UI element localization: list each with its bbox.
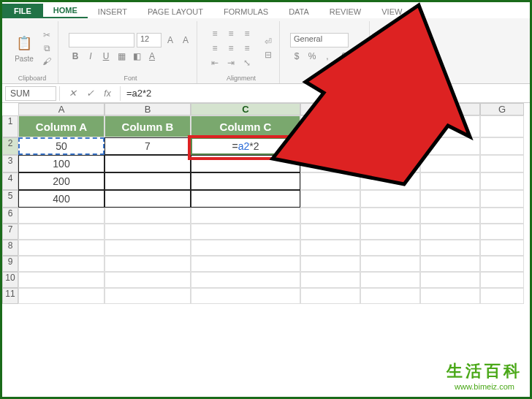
tab-file[interactable]: FILE: [2, 4, 43, 18]
shrink-font-icon[interactable]: A: [179, 34, 192, 47]
font-name-select[interactable]: [69, 33, 134, 48]
cell-e3[interactable]: [360, 155, 420, 172]
cell-b10[interactable]: [104, 272, 191, 288]
cell-a3[interactable]: 100: [18, 155, 104, 172]
rowhead-8[interactable]: 8: [2, 240, 18, 256]
indent-dec-icon[interactable]: ⇤: [208, 56, 222, 69]
cell-e9[interactable]: [360, 256, 420, 272]
cell-a2[interactable]: 50: [18, 137, 104, 155]
cell-b4[interactable]: [104, 172, 191, 190]
rowhead-4[interactable]: 4: [2, 172, 18, 190]
font-size-select[interactable]: 12: [137, 33, 162, 48]
cell-g3[interactable]: [480, 155, 524, 172]
cell-c7[interactable]: [191, 224, 300, 240]
cell-g11[interactable]: [480, 288, 524, 304]
cell-a9[interactable]: [18, 256, 104, 272]
cell-c10[interactable]: [191, 272, 300, 288]
cell-b5[interactable]: [104, 190, 191, 208]
rowhead-10[interactable]: 10: [2, 272, 18, 288]
cell-g1[interactable]: [480, 115, 524, 137]
align-middle-icon[interactable]: ≡: [224, 27, 238, 40]
name-box[interactable]: SUM: [5, 86, 56, 101]
align-right-icon[interactable]: ≡: [240, 42, 254, 55]
cell-c4[interactable]: [191, 172, 300, 190]
conditional-formatting-button[interactable]: ▦ Condition: [380, 34, 419, 42]
tab-page-layout[interactable]: PAGE LAYOUT: [137, 5, 213, 18]
rowhead-6[interactable]: 6: [2, 208, 18, 224]
cancel-formula-icon[interactable]: ✕: [64, 86, 80, 101]
paste-button[interactable]: 📋 Paste: [11, 31, 37, 64]
tab-review[interactable]: REVIEW: [319, 5, 371, 18]
inc-decimal-icon[interactable]: .0: [336, 50, 349, 63]
align-left-icon[interactable]: ≡: [208, 42, 222, 55]
cell-e6[interactable]: [360, 208, 420, 224]
number-format-select[interactable]: General: [290, 33, 349, 48]
cell-f1[interactable]: [420, 115, 480, 137]
tab-view[interactable]: VIEW: [371, 5, 412, 18]
align-top-icon[interactable]: ≡: [208, 27, 222, 40]
insert-function-button[interactable]: fx: [99, 86, 115, 101]
cell-c9[interactable]: [191, 256, 300, 272]
rowhead-5[interactable]: 5: [2, 190, 18, 208]
cell-f9[interactable]: [420, 256, 480, 272]
cell-b6[interactable]: [104, 208, 191, 224]
cell-d9[interactable]: [300, 256, 360, 272]
rowhead-9[interactable]: 9: [2, 256, 18, 272]
cell-f6[interactable]: [420, 208, 480, 224]
cell-e7[interactable]: [360, 224, 420, 240]
cell-styles-button[interactable]: ▦: [380, 53, 419, 61]
italic-button[interactable]: I: [84, 50, 97, 63]
cell-f11[interactable]: [420, 288, 480, 304]
cell-e4[interactable]: [360, 172, 420, 190]
colhead-g[interactable]: G: [480, 103, 524, 115]
cell-e8[interactable]: [360, 240, 420, 256]
cell-g4[interactable]: [480, 172, 524, 190]
cell-c1[interactable]: Column C: [191, 115, 300, 137]
wrap-text-icon[interactable]: ⏎: [262, 36, 275, 48]
bold-button[interactable]: B: [69, 50, 82, 63]
cell-f3[interactable]: [420, 155, 480, 172]
rowhead-11[interactable]: 11: [2, 288, 18, 304]
cell-a5[interactable]: 400: [18, 190, 104, 208]
cell-g6[interactable]: [480, 208, 524, 224]
cell-e10[interactable]: [360, 272, 420, 288]
cell-b2[interactable]: 7: [104, 137, 191, 155]
cell-e5[interactable]: [360, 190, 420, 208]
cell-d3[interactable]: [300, 155, 360, 172]
colhead-a[interactable]: A: [18, 103, 104, 115]
cell-g5[interactable]: [480, 190, 524, 208]
comma-button[interactable]: ,: [321, 50, 334, 63]
colhead-b[interactable]: B: [104, 103, 191, 115]
border-button[interactable]: ▦: [115, 50, 128, 63]
rowhead-7[interactable]: 7: [2, 224, 18, 240]
cell-b3[interactable]: [104, 155, 191, 172]
tab-formulas[interactable]: FORMULAS: [213, 5, 278, 18]
cell-c5[interactable]: [191, 190, 300, 208]
cell-g9[interactable]: [480, 256, 524, 272]
cell-d8[interactable]: [300, 240, 360, 256]
cell-g8[interactable]: [480, 240, 524, 256]
cell-a8[interactable]: [18, 240, 104, 256]
format-table-button[interactable]: ▦ Forma: [380, 44, 419, 52]
enter-formula-icon[interactable]: ✓: [82, 86, 98, 101]
merge-icon[interactable]: ⊟: [262, 49, 275, 61]
colhead-f[interactable]: [420, 103, 480, 115]
tab-home[interactable]: HOME: [43, 4, 88, 18]
cell-a11[interactable]: [18, 288, 104, 304]
fill-color-button[interactable]: ◧: [130, 50, 143, 63]
rowhead-3[interactable]: 3: [2, 155, 18, 172]
cell-d2[interactable]: [300, 137, 360, 155]
cell-b8[interactable]: [104, 240, 191, 256]
cell-a1[interactable]: Column A: [18, 115, 104, 137]
tab-data[interactable]: DATA: [278, 5, 319, 18]
copy-icon[interactable]: ⧉: [40, 42, 53, 54]
cell-f10[interactable]: [420, 272, 480, 288]
cell-b1[interactable]: Column B: [104, 115, 191, 137]
cell-b7[interactable]: [104, 224, 191, 240]
cell-d4[interactable]: [300, 172, 360, 190]
orientation-icon[interactable]: ⤡: [240, 56, 254, 69]
align-center-icon[interactable]: ≡: [224, 42, 238, 55]
cell-c3[interactable]: [191, 155, 300, 172]
colhead-c[interactable]: C: [191, 103, 300, 115]
cell-d5[interactable]: [300, 190, 360, 208]
